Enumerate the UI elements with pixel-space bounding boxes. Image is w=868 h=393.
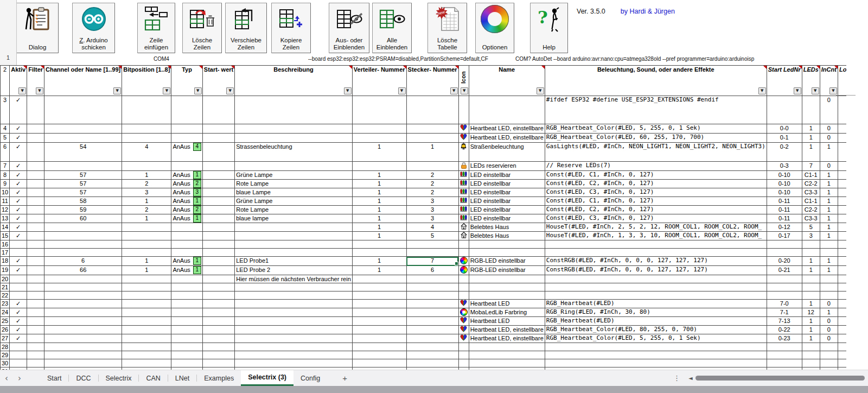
cell-startwert[interactable] — [202, 206, 234, 214]
cell-loc[interactable]: 0 — [838, 188, 846, 197]
cell-name[interactable] — [469, 249, 545, 257]
cell-bit[interactable]: 1 — [122, 257, 171, 266]
cell-startwert[interactable] — [202, 283, 234, 291]
cell-filter[interactable] — [27, 96, 44, 124]
cell-leds[interactable] — [802, 359, 820, 367]
cell-steck[interactable] — [406, 249, 458, 257]
cell-vert[interactable] — [352, 300, 406, 308]
cell-aktiv[interactable]: ✓ — [10, 266, 27, 275]
cell-code[interactable] — [545, 249, 767, 257]
column-header-vert[interactable]: Verteiler- Nummer▼ — [352, 66, 406, 96]
cell-leds[interactable]: C2-2 — [802, 180, 820, 188]
cell-name[interactable]: Heartbeat LED, einstellbare — [469, 124, 545, 134]
cell-vert[interactable] — [352, 308, 406, 317]
cell-name[interactable]: LEDs reservieren — [469, 162, 545, 171]
cell-start[interactable]: 0-12 — [767, 223, 802, 232]
cell-bit[interactable] — [122, 134, 171, 143]
cell-steck[interactable] — [406, 308, 458, 317]
cell-steck[interactable]: 3 — [406, 206, 458, 214]
cell-icon[interactable] — [458, 275, 469, 283]
cell-ch[interactable]: 59 — [44, 206, 122, 214]
column-header-start[interactable]: Start LedNr▼ — [767, 66, 802, 96]
cell-code[interactable]: GasLights(#LED, #InCh, NEON_LIGHT1, NEON… — [545, 143, 767, 162]
row-header-7[interactable]: 7 — [1, 162, 10, 171]
column-header-typ[interactable]: Typ▼ — [171, 66, 202, 96]
cell-loc[interactable]: 0 — [838, 134, 846, 143]
row-header-2[interactable]: 2 — [1, 66, 10, 96]
cell-incnt[interactable]: 0 — [820, 162, 838, 171]
h-scroll-left-arrow[interactable]: ◄ — [686, 375, 695, 381]
cell-vert[interactable] — [352, 162, 406, 171]
cell-leds[interactable] — [802, 275, 820, 283]
cell-loc[interactable]: 0 — [838, 143, 846, 162]
cell-vert[interactable]: 1 — [352, 171, 406, 180]
cell-startwert[interactable] — [202, 257, 234, 266]
cell-startwert[interactable] — [202, 197, 234, 206]
cell-ch[interactable] — [44, 223, 122, 232]
cell-icon[interactable] — [458, 326, 469, 334]
cell-beschr[interactable]: Grüne Lampe — [235, 197, 353, 206]
cell-incnt[interactable] — [820, 359, 838, 367]
cell-filter[interactable] — [27, 162, 44, 171]
cell-code[interactable]: RGB_Heartbeat(#LED) — [545, 317, 767, 326]
cell-incnt[interactable]: 1 — [820, 266, 838, 275]
cell-steck[interactable] — [406, 334, 458, 343]
cell-incnt[interactable]: 1 — [820, 223, 838, 232]
cell-leds[interactable] — [802, 249, 820, 257]
cell-typ[interactable] — [171, 96, 202, 124]
cell-bit[interactable] — [122, 334, 171, 343]
toolbar-button-show-all[interactable]: Alle Einblenden — [372, 3, 412, 53]
cell-steck[interactable]: 4 — [406, 223, 458, 232]
cell-filter[interactable] — [27, 317, 44, 326]
cell-beschr[interactable] — [235, 343, 353, 351]
cell-typ[interactable] — [171, 351, 202, 359]
cell-loc[interactable]: 0 — [838, 308, 846, 317]
selected-cell[interactable]: 7 — [406, 257, 458, 266]
cell-ch[interactable] — [44, 249, 122, 257]
cell-start[interactable] — [767, 283, 802, 291]
cell-code[interactable]: RGB_Heartbeat(#LED) — [545, 300, 767, 308]
cell-steck[interactable] — [406, 300, 458, 308]
cell-ch[interactable] — [44, 334, 122, 343]
cell-name[interactable]: MobaLedLib Farbring — [469, 308, 545, 317]
cell-leds[interactable] — [802, 240, 820, 249]
cell-start[interactable] — [767, 351, 802, 359]
cell-icon[interactable] — [458, 124, 469, 134]
cell-filter[interactable] — [27, 223, 44, 232]
cell-steck[interactable] — [406, 291, 458, 300]
cell-name[interactable]: LED einstellbar — [469, 171, 545, 180]
sheet-tab-selectrix[interactable]: Selectrix — [99, 370, 139, 386]
cell-bit[interactable] — [122, 223, 171, 232]
cell-startwert[interactable] — [202, 249, 234, 257]
cell-icon[interactable] — [458, 291, 469, 300]
toolbar-button-help[interactable]: ?Help — [530, 3, 568, 53]
cell-filter[interactable] — [27, 214, 44, 223]
cell-vert[interactable] — [352, 275, 406, 283]
cell-aktiv[interactable] — [10, 359, 27, 367]
cell-loc[interactable] — [838, 359, 846, 367]
cell-incnt[interactable]: 1 — [820, 214, 838, 223]
toolbar-button-delete-table[interactable]: newLösche Tabelle — [427, 3, 467, 53]
cell-filter[interactable] — [27, 171, 44, 180]
cell-start[interactable]: 7-13 — [767, 317, 802, 326]
cell-beschr[interactable] — [235, 162, 353, 171]
cell-steck[interactable]: 2 — [406, 171, 458, 180]
cell-beschr[interactable] — [235, 240, 353, 249]
cell-steck[interactable]: 6 — [406, 266, 458, 275]
cell-aktiv[interactable] — [10, 240, 27, 249]
cell-ch[interactable] — [44, 240, 122, 249]
cell-beschr[interactable] — [235, 232, 353, 240]
cell-loc[interactable]: 0 — [838, 326, 846, 334]
cell-name[interactable]: Heartbeat LED, einstellbare — [469, 134, 545, 143]
row-header-8[interactable]: 8 — [1, 171, 10, 180]
cell-name[interactable]: Heartbeat LED — [469, 300, 545, 308]
cell-startwert[interactable] — [202, 124, 234, 134]
cell-incnt[interactable]: 1 — [820, 197, 838, 206]
cell-vert[interactable]: 1 — [352, 214, 406, 223]
toolbar-button-options[interactable]: Optionen — [475, 3, 514, 53]
row-header-27[interactable]: 27 — [1, 334, 10, 343]
cell-code[interactable] — [545, 351, 767, 359]
cell-ch[interactable] — [44, 275, 122, 283]
cell-bit[interactable] — [122, 291, 171, 300]
cell-filter[interactable] — [27, 124, 44, 134]
